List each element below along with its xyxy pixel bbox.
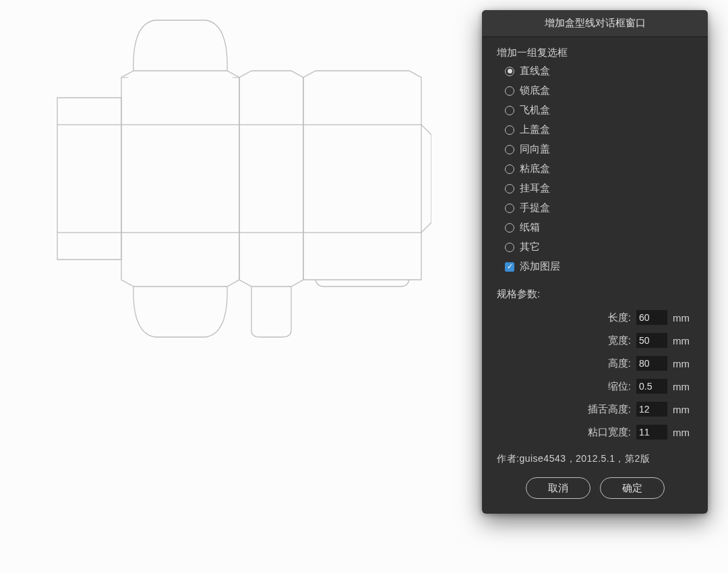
param-unit: mm bbox=[673, 335, 693, 346]
param-unit: mm bbox=[673, 312, 693, 324]
radio-label: 手提盒 bbox=[520, 202, 550, 214]
radio-label: 挂耳盒 bbox=[520, 182, 550, 195]
radio-icon bbox=[505, 67, 514, 76]
author-line: 作者:guise4543，2012.5.1，第2版 bbox=[497, 453, 693, 465]
radio-icon bbox=[505, 164, 514, 174]
radio-lock-bottom[interactable]: 锁底盒 bbox=[505, 84, 693, 97]
param-row-shrink: 缩位: mm bbox=[497, 379, 693, 394]
radio-group-label: 增加一组复选框 bbox=[497, 47, 693, 59]
param-unit: mm bbox=[673, 427, 693, 438]
input-width[interactable] bbox=[636, 333, 667, 348]
param-label: 插舌高度: bbox=[584, 403, 631, 416]
radio-glue-bottom[interactable]: 粘底盒 bbox=[505, 162, 693, 175]
radio-label: 纸箱 bbox=[520, 221, 540, 234]
dialog-body: 增加一组复选框 直线盒 锁底盒 飞机盒 上盖盒 同向盖 bbox=[482, 37, 708, 514]
param-row-glue-width: 粘口宽度: mm bbox=[497, 425, 693, 440]
param-row-height: 高度: mm bbox=[497, 356, 693, 371]
input-height[interactable] bbox=[636, 356, 667, 371]
radio-straight-box[interactable]: 直线盒 bbox=[505, 65, 693, 78]
param-label: 宽度: bbox=[584, 334, 631, 347]
radio-carton[interactable]: 纸箱 bbox=[505, 221, 693, 234]
cancel-button[interactable]: 取消 bbox=[526, 477, 590, 499]
radio-icon bbox=[505, 125, 514, 135]
box-dieline-icon bbox=[54, 10, 431, 361]
svg-rect-2 bbox=[239, 125, 303, 233]
radio-label: 上盖盒 bbox=[520, 123, 550, 136]
radio-label: 粘底盒 bbox=[520, 162, 550, 175]
radio-icon bbox=[505, 223, 514, 233]
radio-label: 直线盒 bbox=[520, 65, 550, 78]
radio-top-cover[interactable]: 上盖盒 bbox=[505, 123, 693, 136]
dialog-window: 增加盒型线对话框窗口 增加一组复选框 直线盒 锁底盒 飞机盒 上盖盒 同向盖 bbox=[482, 10, 708, 514]
param-label: 粘口宽度: bbox=[584, 426, 631, 439]
params-title: 规格参数: bbox=[497, 288, 693, 301]
param-label: 缩位: bbox=[584, 380, 631, 393]
radio-icon bbox=[505, 204, 514, 213]
radio-icon bbox=[505, 106, 514, 115]
input-glue-width[interactable] bbox=[636, 425, 667, 440]
input-shrink[interactable] bbox=[636, 379, 667, 394]
radio-label: 同向盖 bbox=[520, 143, 550, 156]
radio-handle-box[interactable]: 手提盒 bbox=[505, 202, 693, 214]
param-unit: mm bbox=[673, 404, 693, 415]
checkbox-label: 添加图层 bbox=[520, 260, 560, 273]
dialog-title: 增加盒型线对话框窗口 bbox=[482, 10, 708, 37]
input-length[interactable] bbox=[636, 310, 667, 325]
radio-icon bbox=[505, 184, 514, 193]
param-row-tongue-height: 插舌高度: mm bbox=[497, 402, 693, 417]
radio-label: 锁底盒 bbox=[520, 84, 550, 97]
param-unit: mm bbox=[673, 381, 693, 392]
button-row: 取消 确定 bbox=[497, 477, 693, 499]
radio-label: 其它 bbox=[520, 241, 540, 253]
svg-rect-0 bbox=[57, 125, 121, 233]
input-tongue-height[interactable] bbox=[636, 402, 667, 417]
radio-airplane-box[interactable]: 飞机盒 bbox=[505, 104, 693, 117]
confirm-button[interactable]: 确定 bbox=[600, 477, 665, 499]
param-label: 长度: bbox=[584, 311, 631, 324]
checkbox-icon bbox=[505, 262, 514, 272]
radio-list: 直线盒 锁底盒 飞机盒 上盖盒 同向盖 粘底盒 bbox=[497, 65, 693, 253]
canvas-area bbox=[0, 0, 479, 573]
svg-rect-1 bbox=[121, 125, 239, 233]
svg-rect-3 bbox=[303, 125, 421, 233]
checkbox-add-layer[interactable]: 添加图层 bbox=[497, 260, 693, 273]
param-label: 高度: bbox=[584, 357, 631, 370]
radio-same-cover[interactable]: 同向盖 bbox=[505, 143, 693, 156]
radio-ear-box[interactable]: 挂耳盒 bbox=[505, 182, 693, 195]
radio-icon bbox=[505, 145, 514, 154]
radio-label: 飞机盒 bbox=[520, 104, 550, 117]
param-row-width: 宽度: mm bbox=[497, 333, 693, 348]
radio-other[interactable]: 其它 bbox=[505, 241, 693, 253]
radio-icon bbox=[505, 86, 514, 96]
param-row-length: 长度: mm bbox=[497, 310, 693, 325]
param-unit: mm bbox=[673, 358, 693, 369]
radio-icon bbox=[505, 243, 514, 252]
